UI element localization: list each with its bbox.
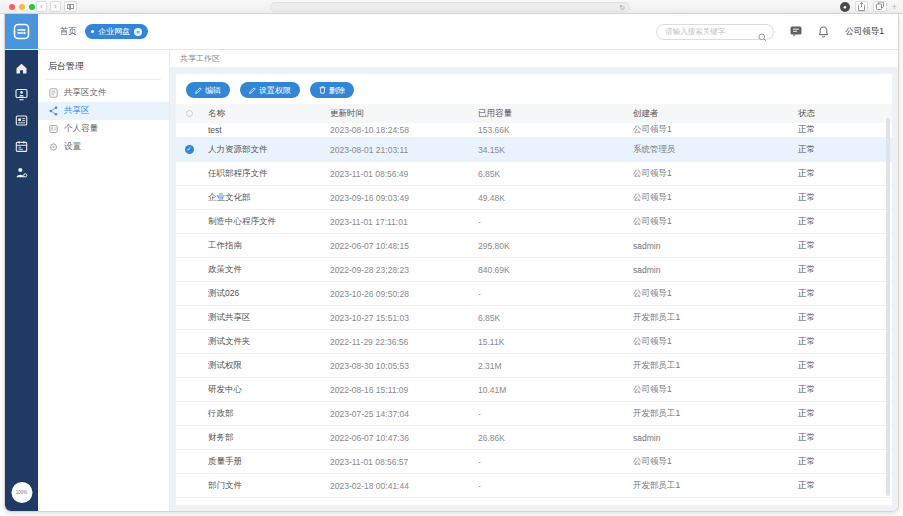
table-row[interactable]: ✓ 质量手册 2023-11-01 08:56:57 - 公司领导1 正常 — [176, 450, 892, 474]
table-row[interactable]: ✓ 人力资源部文件 2023-08-01 21:03:11 34.15K 系统管… — [176, 138, 892, 162]
column-header-creator[interactable]: 创建者 — [627, 108, 792, 120]
tab-overview-icon[interactable] — [873, 1, 887, 12]
row-updated-time: 2023-11-01 08:56:49 — [324, 169, 472, 179]
row-name[interactable]: 财务部 — [202, 432, 324, 444]
row-name[interactable]: 政策文件 — [202, 264, 324, 276]
menu-item-personal-capacity[interactable]: 个人容量 — [38, 120, 169, 138]
row-name[interactable]: 测试权限 — [202, 360, 324, 372]
row-name[interactable]: 任职部程序文件 — [202, 168, 324, 180]
news-icon[interactable] — [15, 114, 28, 127]
row-name[interactable]: 测试026 — [202, 288, 324, 300]
table-row[interactable]: ✓ test 2023-08-10 18:24:58 153.66K 公司领导1… — [176, 123, 892, 138]
address-bar[interactable]: ↻ — [270, 2, 630, 12]
file-icon — [49, 88, 58, 98]
tag-label: 企业网盘 — [98, 26, 130, 37]
column-header-name[interactable]: 名称 — [202, 108, 324, 120]
row-status: 正常 — [792, 216, 892, 228]
tag-close-icon[interactable]: × — [134, 28, 142, 36]
row-select[interactable]: ✓ — [176, 145, 202, 154]
table-row[interactable]: ✓ 测试文件夹 2022-11-29 22:36:56 15.11K 公司领导1… — [176, 330, 892, 354]
table-row[interactable]: ✓ 财务部 2022-06-07 10:47:36 26.86K sadmin … — [176, 426, 892, 450]
app-window: 首页 企业网盘 × — [4, 14, 899, 512]
table-row[interactable]: ✓ 研发中心 2022-08-16 15:11:09 10.41M 公司领导1 … — [176, 378, 892, 402]
row-creator: sadmin — [627, 265, 792, 275]
row-status: 正常 — [792, 124, 892, 136]
breadcrumb-home[interactable]: 首页 — [60, 26, 77, 38]
app-logo[interactable] — [5, 14, 38, 49]
column-header-capacity[interactable]: 已用容量 — [472, 108, 627, 120]
table-row[interactable]: ✓ 测试权限 2023-08-30 10:05:53 2.31M 开发部员工1 … — [176, 354, 892, 378]
workspace-tag[interactable]: 企业网盘 × — [85, 24, 148, 39]
row-creator: 公司领导1 — [627, 336, 792, 348]
scrollbar[interactable] — [886, 118, 890, 496]
row-name[interactable]: 研发中心 — [202, 384, 324, 396]
row-name[interactable]: 测试文件夹 — [202, 336, 324, 348]
new-tab-icon[interactable]: + — [892, 2, 897, 12]
header-right: 公司领导1 — [656, 14, 898, 49]
edit-button[interactable]: 编辑 — [186, 82, 230, 98]
column-header-status[interactable]: 状态 — [792, 108, 892, 120]
table-row[interactable]: ✓ 测试026 2023-10-26 09:50:28 - 公司领导1 正常 — [176, 282, 892, 306]
share-page-icon[interactable] — [855, 1, 868, 12]
extension-icon[interactable]: ● — [840, 2, 850, 12]
app-header: 首页 企业网盘 × — [5, 14, 898, 50]
menu-item-shared-files[interactable]: 共享区文件 — [38, 84, 169, 102]
forward-button[interactable]: › — [50, 1, 61, 12]
home-icon[interactable] — [15, 62, 28, 75]
maximize-window-icon[interactable] — [29, 4, 35, 10]
row-name[interactable]: 行政部 — [202, 408, 324, 420]
column-header-updated[interactable]: 更新时间 — [324, 108, 472, 120]
row-name[interactable]: 部门文件 — [202, 480, 324, 492]
row-creator: 系统管理员 — [627, 144, 792, 156]
message-icon[interactable] — [790, 26, 802, 37]
nav-rail: 100% — [5, 50, 38, 511]
reload-icon[interactable]: ↻ — [619, 3, 625, 12]
row-name[interactable]: 人力资源部文件 — [202, 144, 324, 156]
row-used-capacity: 2.31M — [472, 361, 627, 371]
bell-icon[interactable] — [818, 26, 829, 38]
search-icon[interactable] — [758, 28, 767, 46]
delete-button[interactable]: 删除 — [310, 82, 354, 98]
set-permissions-button[interactable]: 设置权限 — [240, 82, 300, 98]
menu-title: 后台管理 — [38, 55, 169, 79]
row-updated-time: 2023-08-30 10:05:53 — [324, 361, 472, 371]
row-status: 正常 — [792, 408, 892, 420]
row-name[interactable]: 制造中心程序文件 — [202, 216, 324, 228]
window-controls[interactable] — [9, 4, 35, 10]
table-row[interactable]: ✓ 制造中心程序文件 2023-11-01 17:11:01 - 公司领导1 正… — [176, 210, 892, 234]
minimize-window-icon[interactable] — [19, 4, 25, 10]
row-name[interactable]: 质量手册 — [202, 456, 324, 468]
search-box[interactable] — [656, 24, 774, 40]
table-row[interactable]: ✓ 企业文化部 2023-09-16 09:03:49 49.48K 公司领导1… — [176, 186, 892, 210]
back-button[interactable]: ‹ — [36, 1, 47, 12]
row-used-capacity: 26.86K — [472, 433, 627, 443]
table-row[interactable]: ✓ 部门文件 2023-02-18 00:41:44 - 开发部员工1 正常 — [176, 474, 892, 498]
logo-icon — [12, 22, 31, 41]
table-row[interactable]: ✓ 行政部 2023-07-25 14:37:04 - 开发部员工1 正常 — [176, 402, 892, 426]
menu-item-label: 共享区文件 — [64, 87, 107, 99]
row-status: 正常 — [792, 168, 892, 180]
row-name[interactable]: 测试共享区 — [202, 312, 324, 324]
calendar-icon[interactable] — [15, 140, 28, 153]
user-admin-icon[interactable] — [15, 166, 28, 179]
meeting-icon[interactable] — [15, 88, 28, 101]
current-user[interactable]: 公司领导1 — [845, 26, 884, 38]
table-row[interactable]: ✓ 工作指南 2022-06-07 10:48:15 295.80K sadmi… — [176, 234, 892, 258]
row-name[interactable]: 工作指南 — [202, 240, 324, 252]
row-creator: 公司领导1 — [627, 216, 792, 228]
table-row[interactable]: ✓ 政策文件 2022-09-28 23:28:23 840.69K sadmi… — [176, 258, 892, 282]
menu-item-settings[interactable]: 设置 — [38, 138, 169, 156]
menu-item-shared-area[interactable]: 共享区 — [38, 102, 169, 120]
gear-icon — [49, 142, 58, 152]
search-input[interactable] — [657, 25, 773, 39]
table-row[interactable]: ✓ 测试共享区 2023-10-27 15:51:03 6.85K 开发部员工1… — [176, 306, 892, 330]
row-updated-time: 2023-07-25 14:37:04 — [324, 409, 472, 419]
row-name[interactable]: 企业文化部 — [202, 192, 324, 204]
row-status: 正常 — [792, 432, 892, 444]
close-window-icon[interactable] — [9, 4, 15, 10]
storage-usage-badge[interactable]: 100% — [11, 482, 32, 503]
row-name[interactable]: test — [202, 125, 324, 135]
select-all-radio[interactable] — [176, 110, 202, 117]
table-row[interactable]: ✓ 任职部程序文件 2023-11-01 08:56:49 6.85K 公司领导… — [176, 162, 892, 186]
sidebar-toggle-icon[interactable] — [64, 1, 77, 12]
